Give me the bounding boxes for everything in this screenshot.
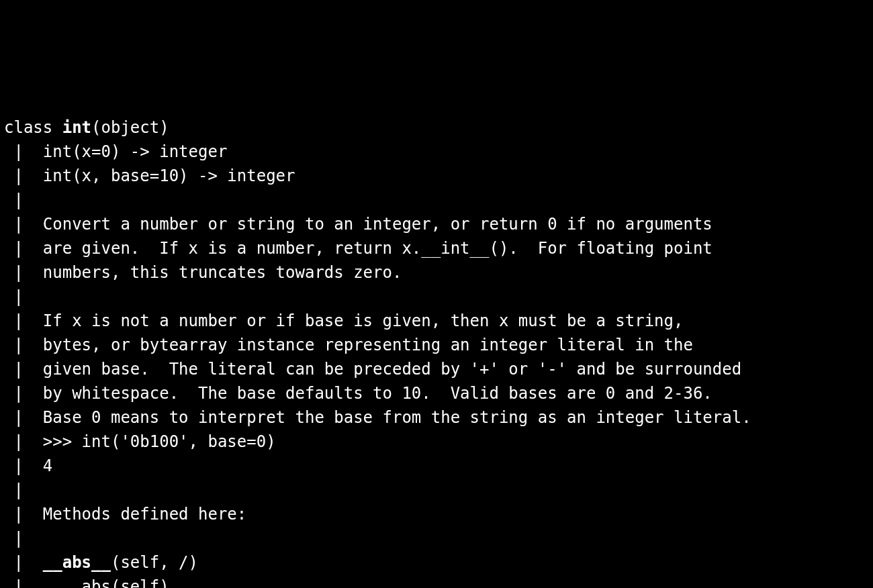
help-line: | abs(self) xyxy=(4,575,873,588)
help-line: | Convert a number or string to an integ… xyxy=(4,212,873,236)
help-line: | If x is not a number or if base is giv… xyxy=(4,309,873,333)
terminal-output[interactable]: class int(object) | int(x=0) -> integer … xyxy=(0,97,873,588)
class-bases: (object) xyxy=(91,118,169,137)
help-line: | xyxy=(4,285,873,309)
method-indent: | xyxy=(4,553,43,572)
method-sig: (self, /) xyxy=(111,553,198,572)
help-line: | xyxy=(4,188,873,212)
help-line: | are given. If x is a number, return x.… xyxy=(4,236,873,260)
help-line: | bytes, or bytearray instance represent… xyxy=(4,333,873,357)
class-keyword: class xyxy=(4,118,62,137)
help-line: | xyxy=(4,478,873,502)
help-line: | Methods defined here: xyxy=(4,502,873,526)
help-line: | int(x, base=10) -> integer xyxy=(4,164,873,188)
help-line: | given base. The literal can be precede… xyxy=(4,357,873,381)
help-line-method: | __abs__(self, /) xyxy=(4,550,873,575)
help-line: | 4 xyxy=(4,454,873,478)
help-line: | Base 0 means to interpret the base fro… xyxy=(4,405,873,430)
help-line: | >>> int('0b100', base=0) xyxy=(4,430,873,454)
class-name: int xyxy=(62,118,91,137)
help-line: | xyxy=(4,526,873,550)
method-name: __abs__ xyxy=(43,553,111,572)
help-line: | int(x=0) -> integer xyxy=(4,140,873,164)
help-line-class: class int(object) xyxy=(4,115,873,140)
help-line: | numbers, this truncates towards zero. xyxy=(4,260,873,285)
help-line: | by whitespace. The base defaults to 10… xyxy=(4,381,873,405)
